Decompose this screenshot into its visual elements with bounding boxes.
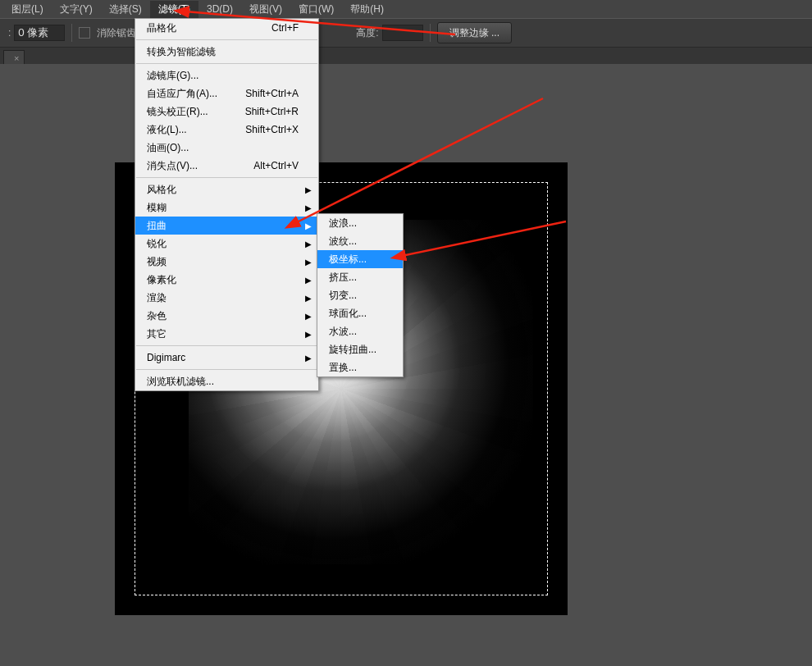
menu-item-stylize[interactable]: 风格化▶ [135,180,318,198]
submenu-arrow-icon: ▶ [305,239,312,249]
menu-item-label: 油画(O)... [147,141,189,155]
submenu-item-ripple[interactable]: 波纹... [317,232,403,250]
menu-item-label: 挤压... [329,271,357,285]
menu-item-shortcut: Alt+Ctrl+V [229,160,299,171]
menu-filter[interactable]: 滤镜(T) [150,1,198,18]
submenu-arrow-icon: ▶ [305,354,312,363]
submenu-item-zigzag[interactable]: 水波... [317,322,403,340]
menu-item-video[interactable]: 视频▶ [135,253,318,271]
menu-item-label: 极坐标... [329,253,367,267]
menu-item-label: Digimarc [147,352,185,363]
menu-item-sharpen[interactable]: 锐化▶ [135,235,318,253]
separator [71,24,72,42]
colon-icon: : [8,27,11,39]
menu-item-label: 切变... [329,289,357,303]
menu-item-lens-correction[interactable]: 镜头校正(R)...Shift+Ctrl+R [135,103,318,121]
menu-item-label: 波纹... [329,235,357,249]
menu-item-label: 旋转扭曲... [329,343,376,357]
menu-item-label: 液化(L)... [147,123,187,137]
antialias-label: 消除锯齿 [97,26,136,40]
menu-item-label: 扭曲 [147,219,167,233]
menu-item-label: 自适应广角(A)... [147,87,217,101]
menu-select[interactable]: 选择(S) [101,1,150,18]
menu-item-shortcut: Shift+Ctrl+R [221,106,299,117]
menu-3d[interactable]: 3D(D) [198,2,241,16]
menu-item-label: 波浪... [329,217,357,230]
filter-menu: 晶格化 Ctrl+F 转换为智能滤镜 滤镜库(G)... 自适应广角(A)...… [135,18,319,391]
submenu-item-polar[interactable]: 极坐标... [317,250,403,268]
height-input[interactable] [382,25,423,41]
menu-separator [136,63,317,64]
menu-item-label: 消失点(V)... [147,159,198,173]
refine-edge-button[interactable]: 调整边缘 ... [437,22,512,43]
menu-item-label: 晶格化 [147,21,176,35]
separator [430,24,431,42]
menu-item-label: 像素化 [147,273,176,287]
menu-item-label: 转换为智能滤镜 [147,45,216,59]
menu-item-vanishing-point[interactable]: 消失点(V)...Alt+Ctrl+V [135,157,318,175]
menu-item-blur[interactable]: 模糊▶ [135,198,318,217]
menu-item-label: 风格化 [147,183,176,197]
submenu-item-pinch[interactable]: 挤压... [317,268,403,286]
menu-item-smart-filter[interactable]: 转换为智能滤镜 [135,43,318,61]
menubar: 图层(L) 文字(Y) 选择(S) 滤镜(T) 3D(D) 视图(V) 窗口(W… [0,0,812,18]
submenu-item-wave[interactable]: 波浪... [317,214,403,232]
menu-item-label: 渲染 [147,291,167,305]
menu-item-label: 滤镜库(G)... [147,69,198,83]
menu-item-render[interactable]: 渲染▶ [135,289,318,307]
menu-view[interactable]: 视图(V) [241,1,290,18]
submenu-item-twirl[interactable]: 旋转扭曲... [317,340,403,358]
distort-submenu: 波浪... 波纹... 极坐标... 挤压... 切变... 球面化... 水波… [317,213,404,377]
menu-item-label: 浏览联机滤镜... [147,375,214,389]
pixel-input[interactable] [14,25,65,41]
menu-item-noise[interactable]: 杂色▶ [135,307,318,325]
menu-item-label: 水波... [329,325,357,339]
menu-separator [136,39,317,40]
menu-item-digimarc[interactable]: Digimarc▶ [135,349,318,367]
menu-item-adaptive-wide[interactable]: 自适应广角(A)...Shift+Ctrl+A [135,84,318,103]
submenu-arrow-icon: ▶ [305,294,312,303]
menu-item-label: 锐化 [147,237,167,251]
menu-separator [136,369,317,370]
menu-window[interactable]: 窗口(W) [290,1,342,18]
menu-item-label: 置换... [329,361,357,375]
submenu-arrow-icon: ▶ [305,203,312,212]
menu-item-oil-paint[interactable]: 油画(O)... [135,139,318,157]
menu-item-label: 其它 [147,327,167,341]
menu-item-shortcut: Ctrl+F [247,22,299,34]
menu-item-shortcut: Shift+Ctrl+X [221,124,299,135]
submenu-arrow-icon: ▶ [305,221,312,230]
menu-help[interactable]: 帮助(H) [342,1,392,18]
menu-item-other[interactable]: 其它▶ [135,325,318,343]
submenu-arrow-icon: ▶ [305,312,312,321]
submenu-item-spherize[interactable]: 球面化... [317,304,403,322]
menu-item-label: 球面化... [329,307,367,321]
menu-separator [136,345,317,346]
menu-item-label: 镜头校正(R)... [147,105,208,119]
menu-type[interactable]: 文字(Y) [52,1,101,18]
height-label: 高度: [356,26,378,40]
close-icon[interactable]: × [14,53,19,63]
options-bar: : 消除锯齿 高度: 调整边缘 ... [0,18,812,48]
menu-item-label: 杂色 [147,309,167,323]
menu-item-shortcut: Shift+Ctrl+A [221,88,299,99]
submenu-arrow-icon: ▶ [305,185,312,194]
menu-item-filter-gallery[interactable]: 滤镜库(G)... [135,66,318,84]
menu-item-label: 模糊 [147,201,167,215]
menu-item-browse-online[interactable]: 浏览联机滤镜... [135,372,318,390]
menu-item-pixelate[interactable]: 像素化▶ [135,271,318,289]
submenu-item-shear[interactable]: 切变... [317,286,403,304]
submenu-arrow-icon: ▶ [305,330,312,339]
antialias-checkbox[interactable] [79,27,90,39]
submenu-item-displace[interactable]: 置换... [317,358,403,376]
menu-item-distort[interactable]: 扭曲▶ [135,217,318,235]
menu-separator [136,177,317,178]
submenu-arrow-icon: ▶ [305,276,312,285]
menu-item-label: 视频 [147,255,167,269]
menu-layer[interactable]: 图层(L) [3,1,52,18]
menu-item-liquify[interactable]: 液化(L)...Shift+Ctrl+X [135,121,318,139]
workspace [0,64,812,666]
submenu-arrow-icon: ▶ [305,258,312,267]
menu-item-last-filter[interactable]: 晶格化 Ctrl+F [135,19,318,37]
